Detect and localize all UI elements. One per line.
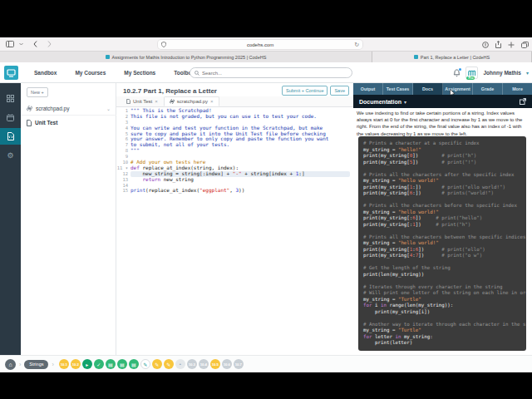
file-options-caret-icon[interactable]: ⌄ xyxy=(106,106,111,111)
share-icon[interactable] xyxy=(495,41,501,48)
panel-tab-output[interactable]: Output xyxy=(353,83,383,95)
doc-badge[interactable]: ▤ xyxy=(106,359,116,369)
editor-pane: 10.2.7 Part 1, Replace a Letter Submit +… xyxy=(116,83,353,355)
docs-code-line: my_string = "hello world!" xyxy=(363,178,521,185)
docs-code-line: # Prints all the characters before the s… xyxy=(363,203,521,209)
back-button[interactable] xyxy=(33,41,37,47)
dot-badge[interactable]: • xyxy=(175,359,185,369)
forward-button[interactable] xyxy=(47,41,52,47)
code-file-icon[interactable] xyxy=(0,128,21,145)
code-editor[interactable]: 1""" This is the Scratchpad!2This file i… xyxy=(116,108,353,355)
code-text: print(replace_at_index("eggplant", 3)) xyxy=(131,188,353,194)
sidebar-caret-icon[interactable] xyxy=(19,42,23,46)
docs-code-line: my_string = "hello world!" xyxy=(363,240,521,247)
grid-icon[interactable] xyxy=(0,90,21,106)
file-panel: New + scratchpad.py ⌄ Unit Test xyxy=(21,83,116,355)
close-tab-icon[interactable]: × xyxy=(155,99,158,104)
lesson-badge-10.2[interactable]: 10.2 xyxy=(71,359,81,369)
pencil-badge[interactable]: ✎ xyxy=(140,359,150,369)
favicon xyxy=(106,55,110,59)
docs-code-line xyxy=(363,228,521,234)
doc-badge[interactable]: ▤ xyxy=(129,359,139,369)
line-number: 15 xyxy=(116,188,131,194)
code-line-8[interactable]: 8""" xyxy=(116,148,353,154)
calendar-icon[interactable] xyxy=(0,109,21,126)
file-row-scratchpad[interactable]: scratchpad.py ⌄ xyxy=(21,102,116,115)
lesson-badge-10.1[interactable]: 10.1 xyxy=(59,359,69,369)
docs-code-line: # Get the length of the string xyxy=(363,265,521,272)
close-tab-icon[interactable]: × xyxy=(210,99,214,104)
browser-tab-current[interactable]: Part 1, Replace a Letter | CodeHS xyxy=(372,52,532,62)
docs-code-line: for letter in my_string: xyxy=(363,334,521,341)
line-number: 7 xyxy=(116,142,131,148)
search-bar[interactable] xyxy=(190,67,352,78)
pencil-badge[interactable]: ✎ xyxy=(152,359,162,369)
docs-code-line: print(my_string[4:7]) # print("o w") xyxy=(363,253,521,259)
nav-item-sandbox[interactable]: Sandbox xyxy=(25,70,66,76)
python-file-icon xyxy=(27,106,32,111)
pencil-badge[interactable]: ✎ xyxy=(164,359,174,369)
notifications-bell-icon[interactable] xyxy=(453,69,461,77)
documentation-header: Documentation ▾ xyxy=(353,95,532,108)
section-pill[interactable]: Strings xyxy=(24,360,48,369)
search-input[interactable] xyxy=(202,71,347,76)
browser-tab-label: Part 1, Replace a Letter | CodeHS xyxy=(421,55,490,60)
code-line-13[interactable]: 13 return new_string xyxy=(116,177,353,183)
lesson-badge-10.6[interactable]: 10.6 xyxy=(222,359,232,369)
docs-code-line: my_string = "hello!" xyxy=(363,147,521,154)
nav-item-my-courses[interactable]: My Courses xyxy=(66,70,115,76)
lesson-badge-10.5[interactable]: 10.5 xyxy=(210,359,220,369)
lesson-nav-dock: ⌂ › Strings › 10.110.2▸✓▤▤▤✎✎✎•10.310.41… xyxy=(0,355,532,372)
docs-code-line: print(my_string[0]) # print("h") xyxy=(363,153,521,160)
panel-tab-docs[interactable]: Docs xyxy=(413,83,443,95)
user-menu-caret-icon[interactable]: ▾ xyxy=(526,70,529,76)
editor-tab-label: scratchpad.py xyxy=(177,99,208,104)
docs-code-line: print(my_string[:6]) # print("hello") xyxy=(363,215,521,222)
file-row-unit-test[interactable]: Unit Test xyxy=(21,116,116,129)
pencil-icon: ✎ xyxy=(155,362,159,367)
user-name[interactable]: Johnny Mathis xyxy=(483,70,521,76)
line-number: 12 xyxy=(116,171,131,177)
new-tab-icon[interactable] xyxy=(508,42,515,48)
documentation-caret-icon[interactable]: ▾ xyxy=(404,99,406,105)
check-badge[interactable]: ✓ xyxy=(94,359,104,369)
lesson-badge-10.3[interactable]: 10.3 xyxy=(187,359,197,369)
editor-tab-unit-test[interactable]: Unit Test× xyxy=(121,96,164,106)
video-badge[interactable]: ▸ xyxy=(82,359,92,369)
code-line-15[interactable]: 15print(replace_at_index("eggplant", 3)) xyxy=(116,188,353,194)
sidebar-toggle-icon[interactable] xyxy=(6,41,14,47)
editor-tab-scratchpad-py[interactable]: scratchpad.py× xyxy=(164,96,219,106)
documentation-title[interactable]: Documentation xyxy=(359,99,401,105)
lesson-badge-10.7[interactable]: 10.7 xyxy=(234,359,244,369)
line-number: 9 xyxy=(116,154,131,160)
panel-tab-test-cases[interactable]: Test Cases xyxy=(383,83,413,95)
open-external-icon[interactable] xyxy=(520,98,526,105)
doc-icon: ▤ xyxy=(108,362,113,367)
doc-icon: ▤ xyxy=(120,362,125,367)
address-bar[interactable]: codehs.com ↻ xyxy=(158,40,362,49)
home-icon[interactable]: ⌂ xyxy=(5,359,16,370)
avatar[interactable]: Pro xyxy=(466,66,478,79)
right-panel: OutputTest CasesDocsAssignmentGradeMore … xyxy=(353,83,532,355)
panel-tab-more[interactable]: More xyxy=(503,83,532,95)
reload-icon[interactable]: ↻ xyxy=(354,42,359,48)
gear-icon[interactable]: ⚙ xyxy=(0,147,21,164)
new-file-button[interactable]: New + xyxy=(27,87,48,97)
panel-tab-assignment[interactable]: Assignment xyxy=(443,83,473,95)
nav-item-my-sections[interactable]: My Sections xyxy=(115,70,165,76)
submit-continue-button[interactable]: Submit + Continue xyxy=(282,86,328,96)
browser-tab-assignments[interactable]: Assignments for Mathis Introduction to P… xyxy=(0,52,372,62)
save-button[interactable]: Save xyxy=(330,86,349,96)
code-line-2[interactable]: 2This file is not graded, but you can us… xyxy=(116,114,353,120)
panel-tab-grade[interactable]: Grade xyxy=(473,83,503,95)
documentation-paragraph: We use indexing to find or take certain … xyxy=(357,110,528,137)
downloads-icon[interactable] xyxy=(482,42,489,48)
lesson-badge-10.4[interactable]: 10.4 xyxy=(199,359,209,369)
tab-overview-icon[interactable] xyxy=(521,42,529,48)
codehs-logo[interactable] xyxy=(4,66,18,80)
chevron-separator-icon: › xyxy=(18,362,22,367)
code-line-7[interactable]: 7to submit, not all of your tests. xyxy=(116,142,353,148)
left-rail: ⚙ xyxy=(0,83,21,355)
docs-code-line: # Will print one letter of the string on… xyxy=(363,290,521,297)
doc-badge[interactable]: ▤ xyxy=(117,359,127,369)
